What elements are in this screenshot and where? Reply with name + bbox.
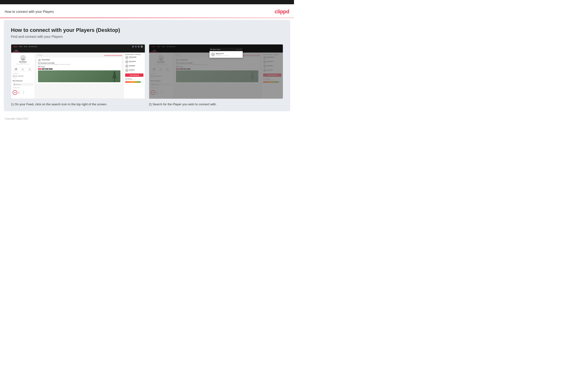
app-nav-1: clippd Home Teams My Performance 🔍 👤 ⚙ bbox=[11, 45, 145, 49]
profile-stats-1: 129 Activities 3 Followers 4 Following bbox=[13, 67, 33, 72]
activity-club-date-1: Yesterday · The Grove bbox=[42, 60, 50, 61]
most-active-header-1: Most Active Players - Last 30 days bbox=[125, 54, 143, 55]
app-nav-items-1: Home Teams My Performance bbox=[19, 46, 130, 47]
nav-home-1[interactable]: Home bbox=[19, 46, 22, 47]
screenshot-block-1: clippd Home Teams My Performance 🔍 👤 ⚙ bbox=[11, 44, 145, 107]
player-sel-name-1: Eli Vincent bbox=[16, 84, 31, 85]
app-logo-1: clippd bbox=[13, 46, 17, 47]
app-nav-icons-1: 🔍 👤 ⚙ bbox=[132, 46, 143, 48]
team-dashboard-btn-1[interactable]: Team Dashboard bbox=[125, 74, 143, 77]
search-bar-2: 🔍 Marcus Turner CLEAR ✕ bbox=[210, 48, 243, 51]
activity-title-1: Pre Tournament Course Walk bbox=[38, 62, 120, 64]
app-body-1: Blair McHarg Golf Coach Mill Ride Golf C… bbox=[11, 53, 145, 99]
metric-row-arg-1: ARG 61 bbox=[18, 93, 24, 94]
search-clear-2[interactable]: CLEAR bbox=[236, 49, 239, 50]
left-panel-1: Blair McHarg Golf Coach Mill Ride Golf C… bbox=[11, 53, 35, 99]
active-player-richard-1: Richard Butler Activities: 7 bbox=[125, 56, 143, 59]
step-description-1: 1) On your Feed, click on the search ico… bbox=[11, 99, 145, 107]
screenshot-frame-1: clippd Home Teams My Performance 🔍 👤 ⚙ bbox=[11, 44, 145, 99]
player-perf-header-1: Player Performance bbox=[13, 80, 33, 82]
settings-icon-nav-1[interactable]: ⚙ bbox=[138, 46, 140, 47]
active-player-avatar-eli-1 bbox=[125, 69, 129, 72]
duration-value-1: 02 hr : 00 min bbox=[38, 66, 120, 67]
activity-user-row-1: Richard Butler Yesterday · The Grove bbox=[38, 59, 120, 62]
footer: Copyright Clippd 2022 bbox=[0, 115, 294, 122]
active-player-piers-1: Piers Parnell Activities: 4 bbox=[125, 60, 143, 64]
screenshots-row: clippd Home Teams My Performance 🔍 👤 ⚙ bbox=[11, 44, 283, 107]
right-panel-1: Most Active Players - Last 30 days Richa… bbox=[123, 53, 145, 99]
latest-activity-label-1: Latest Activity bbox=[13, 73, 33, 74]
screenshot-block-2: clippd Home Teams My Performance Feed bbox=[149, 44, 283, 107]
metric-bars-1: OTT 79 APP 70 bbox=[18, 91, 24, 94]
following-bar-1: Following ▾ Control who can see your act… bbox=[36, 54, 122, 56]
metric-row-ott-1: OTT 79 bbox=[18, 91, 24, 92]
stat-following-1: 4 Following bbox=[28, 68, 32, 71]
activity-card-1: Richard Butler Yesterday · The Grove Pre… bbox=[36, 57, 122, 84]
control-link-1[interactable]: Control who can see your activity and da… bbox=[104, 55, 122, 56]
latest-activity-date-1: 27 Jul 2022 bbox=[13, 77, 33, 78]
header: How to connect with your Players clippd bbox=[0, 4, 294, 18]
nav-teams-1[interactable]: Teams bbox=[24, 46, 27, 47]
active-player-hiral-1: Hiral Pujara Activities: 3 bbox=[125, 64, 143, 68]
active-player-avatar-richard-1 bbox=[125, 56, 129, 59]
stat-activities-1: 129 Activities bbox=[14, 68, 18, 71]
team-heatmap-header-1: Team Heatmap bbox=[125, 78, 143, 79]
search-close-icon-2[interactable]: ✕ bbox=[240, 48, 242, 50]
activity-user-avatar-1 bbox=[38, 59, 41, 62]
active-player-avatar-piers-1 bbox=[125, 60, 129, 64]
main-heading: How to connect with your Players (Deskto… bbox=[11, 27, 283, 33]
screenshot-frame-2: clippd Home Teams My Performance Feed bbox=[149, 44, 283, 99]
feed-tab-1[interactable]: Feed bbox=[13, 49, 19, 52]
player-sel-avatar-1 bbox=[14, 83, 16, 85]
heatmap-bar-fill-1 bbox=[125, 81, 140, 83]
search-overlay-2: 🔍 Marcus Turner CLEAR ✕ Marcus Turner 1-… bbox=[210, 48, 243, 58]
user-avatar-nav-1[interactable] bbox=[140, 46, 143, 48]
logo: clippd bbox=[274, 9, 289, 15]
header-divider bbox=[0, 18, 294, 18]
search-icon-2: 🔍 bbox=[211, 49, 212, 50]
search-result-2[interactable]: Marcus Turner 1-5 Handicap Cypress Point… bbox=[210, 51, 243, 58]
activity-desc-1: Walking the course with my coach to buil… bbox=[38, 64, 120, 65]
player-selector-1[interactable]: Eli Vincent ▾ bbox=[13, 83, 33, 86]
search-icon-nav-1[interactable]: 🔍 bbox=[132, 46, 134, 47]
stat-followers-1: 3 Followers bbox=[21, 68, 25, 71]
user-icon-nav-1[interactable]: 👤 bbox=[135, 46, 137, 47]
profile-avatar-1 bbox=[20, 55, 26, 61]
tag-arg-1: ARG bbox=[45, 68, 48, 70]
app-center-1: Following ▾ Control who can see your act… bbox=[35, 53, 123, 99]
activity-tags-1: OTT APP ARG PUTT bbox=[38, 68, 120, 70]
feed-tab-container-1: Feed bbox=[11, 49, 145, 53]
following-button-1[interactable]: Following ▾ bbox=[36, 54, 44, 56]
search-input-2[interactable]: Marcus Turner bbox=[213, 49, 236, 50]
player-sel-arrow-1: ▾ bbox=[32, 84, 32, 85]
tag-putt-1: PUTT bbox=[49, 68, 53, 70]
nav-myperformance-1[interactable]: My Performance bbox=[29, 46, 37, 47]
metric-row-app-1: APP 70 bbox=[18, 92, 24, 93]
top-bar bbox=[0, 0, 294, 4]
latest-activity-name-1: Afternoon round of golf bbox=[13, 75, 33, 77]
search-result-avatar-2 bbox=[211, 53, 215, 56]
main-content: How to connect with your Players (Deskto… bbox=[4, 20, 290, 111]
app-ui-2: clippd Home Teams My Performance Feed bbox=[149, 45, 283, 99]
heatmap-bar-container-1 bbox=[125, 81, 143, 83]
copyright: Copyright Clippd 2022 bbox=[5, 118, 28, 120]
golf-silhouette-1 bbox=[111, 72, 118, 82]
active-player-avatar-hiral-1 bbox=[125, 64, 129, 68]
app-ui-1: clippd Home Teams My Performance 🔍 👤 ⚙ bbox=[11, 45, 145, 99]
step-description-2: 2) Search for the Player you wish to con… bbox=[149, 99, 283, 107]
search-result-club-2: Cypress Point Club, United Kingdom bbox=[216, 55, 229, 56]
page-title: How to connect with your Players bbox=[5, 10, 54, 14]
tag-app-1: APP bbox=[42, 68, 45, 70]
activity-image-1 bbox=[38, 70, 120, 82]
active-player-eli-1: Eli Vincent Activities: 1 bbox=[125, 69, 143, 72]
profile-section-1: Blair McHarg Golf Coach Mill Ride Golf C… bbox=[13, 54, 33, 66]
profile-club-1: Mill Ride Golf Club, United Kingdom bbox=[13, 64, 33, 65]
quality-label-1: Total Player Quality bbox=[13, 87, 33, 88]
main-subheading: Find and connect with your Players bbox=[11, 35, 283, 38]
quality-circle-1: 84 bbox=[13, 90, 17, 95]
team-heatmap-sub-1: Player Quality · 20 Round Trend bbox=[125, 80, 143, 81]
tag-ott-1: OTT bbox=[38, 68, 41, 70]
